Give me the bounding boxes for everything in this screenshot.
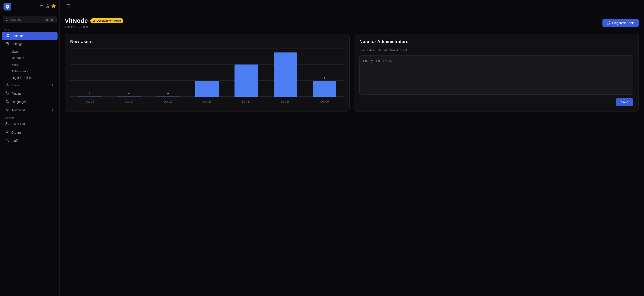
svg-point-13 xyxy=(6,139,8,140)
sidebar-staff-label: Staff xyxy=(12,139,18,143)
svg-point-8 xyxy=(8,85,8,85)
bar-value-label: 3 xyxy=(284,48,286,52)
note-card-header: Note for Administrators Last Updated: De… xyxy=(360,39,633,52)
svg-point-10 xyxy=(6,92,7,93)
translate-icon[interactable] xyxy=(39,4,44,9)
sidebar-languages-label: Languages xyxy=(12,100,26,104)
sidebar-item-users-list[interactable]: Users List xyxy=(2,120,58,128)
settings-authorization-label: Authorization xyxy=(12,69,29,73)
chart-date-label: Dec 24 xyxy=(110,100,148,103)
users-icon xyxy=(5,122,9,126)
svg-point-0 xyxy=(6,18,8,20)
grid-icon xyxy=(5,34,9,38)
chart-bar-group: 0 xyxy=(148,48,188,97)
languages-icon xyxy=(5,100,9,104)
new-users-title: New Users xyxy=(70,39,344,44)
svg-point-12 xyxy=(6,131,8,132)
chart-date-label: Dec 25 xyxy=(148,100,188,103)
groups-icon xyxy=(5,130,9,135)
note-title: Note for Administrators xyxy=(360,39,633,44)
bar-value-label: 2 xyxy=(246,60,247,64)
staff-chevron-icon xyxy=(52,139,54,143)
sidebar-item-plugins[interactable]: Plugins xyxy=(2,90,58,97)
sidebar-item-dashboard[interactable]: Dashboard xyxy=(2,32,58,40)
bar-value-label: 1 xyxy=(324,77,325,80)
note-textarea[interactable] xyxy=(360,55,633,95)
chart-bars: 0001231 xyxy=(70,48,344,97)
notification-icon[interactable] xyxy=(52,4,56,9)
page-header: VitNode ⚠ Development Mode Version: 0.1.… xyxy=(65,17,639,28)
sidebar-item-settings[interactable]: Settings xyxy=(2,40,58,48)
bar-value-label: 1 xyxy=(206,77,208,80)
admin-note-card: Note for Administrators Last Updated: De… xyxy=(354,34,639,111)
sidebar-plugins-label: Plugins xyxy=(12,92,22,95)
chart-labels: Dec 23Dec 24Dec 25Dec 26Dec 27Dec 28Dec … xyxy=(70,100,344,103)
advanced-chevron-icon xyxy=(52,109,54,112)
svg-point-11 xyxy=(6,122,7,123)
bar-value-label: 0 xyxy=(167,92,169,95)
search-kbd: ⌘ K xyxy=(45,18,54,21)
settings-icon xyxy=(5,42,9,46)
sidebar-sub-email[interactable]: Email xyxy=(2,62,58,68)
styles-chevron-icon xyxy=(52,84,54,87)
sidebar-item-styles[interactable]: Styles xyxy=(2,81,58,89)
sidebar-userslist-label: Users List xyxy=(12,122,25,126)
sidebar-settings-label: Settings xyxy=(12,42,22,46)
styles-icon xyxy=(5,83,9,87)
page-title-area: VitNode ⚠ Development Mode Version: 0.1.… xyxy=(65,17,124,28)
chart-bar-group: 0 xyxy=(70,48,110,97)
bar xyxy=(313,81,336,97)
bar xyxy=(234,64,258,97)
svg-rect-2 xyxy=(8,34,8,35)
svg-point-5 xyxy=(7,43,8,44)
settings-main-label: Main xyxy=(12,50,18,53)
app-logo xyxy=(4,3,12,10)
settings-legal-label: Legal & Policies xyxy=(12,76,33,80)
chart-bar-group: 0 xyxy=(110,48,148,97)
search-bar[interactable]: Search... ⌘ K xyxy=(2,16,57,23)
bar xyxy=(156,96,180,97)
sidebar: Search... ⌘ K Core Dashboard Settings xyxy=(0,0,60,296)
save-button[interactable]: Save xyxy=(616,98,633,106)
svg-point-7 xyxy=(6,84,7,85)
moon-icon[interactable] xyxy=(45,4,50,9)
sidebar-styles-label: Styles xyxy=(12,83,20,87)
diagnostic-tools-button[interactable]: Diagnostic Tools xyxy=(602,19,639,27)
svg-rect-4 xyxy=(8,36,8,37)
sidebar-top-icons xyxy=(39,4,56,9)
sidebar-sub-metadata[interactable]: Metadata xyxy=(2,55,58,61)
core-section-label: Core xyxy=(0,26,59,32)
chart-container: 0001231 Dec 23Dec 24Dec 25Dec 26Dec 27De… xyxy=(70,48,344,103)
bar xyxy=(78,96,102,97)
bar xyxy=(195,81,219,97)
bar xyxy=(117,96,141,97)
settings-metadata-label: Metadata xyxy=(12,56,24,60)
advanced-icon xyxy=(5,108,9,112)
sidebar-sub-authorization[interactable]: Authorization xyxy=(2,68,58,74)
chart-date-label: Dec 29 xyxy=(305,100,344,103)
settings-chevron-icon xyxy=(52,43,54,46)
chart-date-label: Dec 26 xyxy=(188,100,227,103)
svg-point-6 xyxy=(7,84,8,84)
svg-rect-1 xyxy=(6,34,7,35)
diagnostic-btn-label: Diagnostic Tools xyxy=(612,21,634,25)
chart-date-label: Dec 23 xyxy=(70,100,110,103)
sidebar-toggle-button[interactable] xyxy=(65,3,72,9)
page-version: Version: 0.1.0-rc.0 xyxy=(65,25,124,28)
note-subtitle: Last Updated: Dec 20, 2024, 4:05 PM xyxy=(360,48,633,52)
sidebar-sub-legal[interactable]: Legal & Policies xyxy=(2,75,58,81)
sidebar-advanced-label: Advanced xyxy=(12,108,25,112)
chart-bar-group: 1 xyxy=(188,48,227,97)
bar-value-label: 0 xyxy=(128,92,130,95)
sidebar-item-languages[interactable]: Languages xyxy=(2,98,58,106)
bar-value-label: 0 xyxy=(89,92,90,95)
sidebar-item-staff[interactable]: Staff xyxy=(2,137,58,145)
search-placeholder: Search... xyxy=(10,18,43,21)
dev-mode-badge: ⚠ Development Mode xyxy=(90,18,124,23)
sidebar-dashboard-label: Dashboard xyxy=(12,34,26,38)
sidebar-sub-main[interactable]: Main xyxy=(2,48,58,55)
sidebar-item-groups[interactable]: Groups xyxy=(2,129,58,136)
logo-area xyxy=(0,0,59,13)
page-content: VitNode ⚠ Development Mode Version: 0.1.… xyxy=(60,12,644,296)
sidebar-item-advanced[interactable]: Advanced xyxy=(2,106,58,114)
